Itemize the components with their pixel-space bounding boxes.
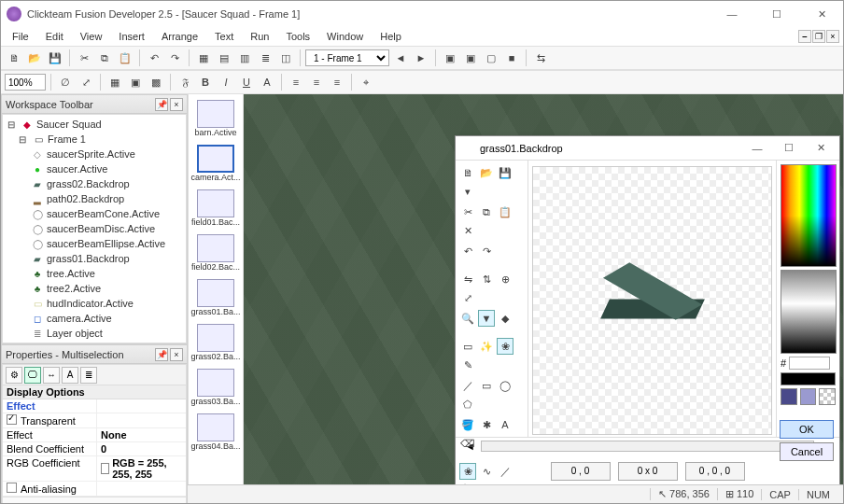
tree-item[interactable]: ◯saucerBeamDisc.Active [5, 221, 184, 236]
tree-item[interactable]: ♣tree2.Active [5, 281, 184, 296]
effect-value[interactable]: None [101, 429, 127, 441]
menu-insert[interactable]: Insert [111, 29, 152, 44]
options-icon[interactable]: ▾ [459, 183, 476, 200]
bg-color[interactable] [800, 388, 817, 405]
cut-icon[interactable]: ✂ [75, 49, 93, 67]
menu-tools[interactable]: Tools [278, 29, 317, 44]
fill-tool-icon[interactable]: 🪣 [459, 416, 476, 433]
tree-item[interactable]: ◯saucerBeamEllipse.Active [5, 236, 184, 251]
asset-thumbnail[interactable]: grass01.Ba... [189, 279, 243, 316]
stop-icon[interactable]: ■ [502, 49, 521, 67]
center-frame-icon[interactable]: ⌖ [357, 73, 375, 91]
asset-thumbnail[interactable]: barn.Active [189, 100, 243, 137]
close-panel-icon[interactable]: × [170, 98, 183, 111]
color-palette[interactable] [781, 164, 837, 267]
asset-thumbnail[interactable]: field02.Bac... [189, 234, 243, 272]
pin-icon[interactable]: 📌 [155, 98, 168, 111]
prop-tab-settings-icon[interactable]: ⚙ [6, 367, 22, 384]
hex-input[interactable] [789, 357, 830, 370]
run-app-icon[interactable]: ▣ [461, 49, 480, 67]
flip-v-icon[interactable]: ⇅ [478, 271, 495, 287]
tree-item[interactable]: ▭hudIndicator.Active [5, 296, 184, 311]
mdi-restore-icon[interactable]: ❐ [812, 30, 825, 43]
asset-thumbnail[interactable]: camera.Act... [189, 145, 243, 182]
frame-editor-icon[interactable]: ▤ [215, 49, 233, 67]
rgb-swatch[interactable] [101, 463, 109, 474]
align-left-icon[interactable]: ≡ [287, 73, 305, 91]
font-icon[interactable]: 𝔉 [176, 73, 194, 91]
current-color-bar[interactable] [781, 372, 836, 385]
event-list-icon[interactable]: ≣ [256, 49, 274, 67]
close-panel-icon[interactable]: × [170, 348, 183, 361]
fill-color-icon[interactable]: ▦ [106, 73, 124, 91]
close-button[interactable]: ✕ [806, 5, 837, 23]
coord-xy[interactable]: 0 , 0 [551, 462, 611, 481]
cancel-button[interactable]: Cancel [780, 442, 834, 461]
zoom-tool-icon[interactable]: 🔍 [459, 310, 476, 327]
prop-tab-text-icon[interactable]: A [62, 367, 78, 384]
antialias-checkbox[interactable] [7, 483, 17, 493]
tree-item[interactable]: ◯saucerBeamCone.Active [5, 206, 184, 221]
open-image-icon[interactable]: 📂 [478, 164, 495, 181]
rect-tool-icon[interactable]: ▭ [478, 377, 495, 394]
menu-text[interactable]: Text [207, 29, 241, 44]
spray-tool-icon[interactable]: ✱ [478, 416, 495, 433]
underline-icon[interactable]: U [237, 73, 256, 91]
tree-item[interactable]: ♣tree.Active [5, 266, 184, 281]
coord-rgb[interactable]: 0 , 0 , 0 [685, 462, 745, 481]
menu-help[interactable]: Help [373, 29, 409, 44]
tree-item[interactable]: ◇saucerSprite.Active [5, 147, 184, 161]
brush2-icon[interactable]: ∿ [478, 463, 495, 480]
flip-h-icon[interactable]: ⇋ [459, 271, 476, 287]
eraser-tool-icon[interactable]: ⌫ [459, 435, 476, 452]
redo-tool-icon[interactable]: ↷ [478, 243, 495, 259]
undo-icon[interactable]: ↶ [145, 49, 163, 67]
menu-file[interactable]: File [5, 29, 36, 44]
new-icon[interactable]: 🗎 [5, 49, 23, 67]
cut-tool-icon[interactable]: ✂ [459, 203, 476, 220]
tool-eyedrop-icon[interactable]: ⤢ [77, 73, 95, 91]
tree-item[interactable]: ◻camera.Active [5, 311, 184, 326]
text-color-icon[interactable]: A [258, 73, 276, 91]
transparent-checkbox[interactable] [7, 414, 17, 425]
line-tool-icon[interactable]: ／ [459, 377, 476, 394]
pen-tool-icon[interactable]: ✎ [459, 357, 476, 373]
align-center-icon[interactable]: ≡ [307, 73, 326, 91]
tree-item[interactable]: ▰grass01.Backdrop [5, 251, 184, 266]
pin-icon[interactable]: 📌 [155, 348, 168, 361]
open-icon[interactable]: 📂 [25, 49, 44, 67]
text-tool-icon[interactable]: A [497, 416, 513, 433]
asset-thumbnail[interactable]: grass02.Ba... [189, 324, 243, 361]
brush1-icon[interactable]: ❀ [459, 463, 476, 480]
data-editor-icon[interactable]: ◫ [276, 49, 295, 67]
resize-icon[interactable]: ⤢ [459, 289, 476, 306]
hotspot-icon[interactable]: ▼ [478, 310, 495, 327]
tree-frame[interactable]: Frame 1 [48, 133, 86, 145]
coord-wh[interactable]: 0 x 0 [618, 462, 678, 481]
horizontal-scrollbar[interactable] [481, 441, 814, 452]
tree-item[interactable]: ▂path02.Backdrop [5, 191, 184, 206]
border-color-icon[interactable]: ▣ [126, 73, 145, 91]
run-frame-icon[interactable]: ▢ [482, 49, 500, 67]
blend-value[interactable]: 0 [101, 443, 106, 455]
asset-thumbnail[interactable]: grass04.Ba... [189, 413, 243, 451]
prev-frame-icon[interactable]: ◄ [391, 49, 410, 67]
ellipse-tool-icon[interactable]: ◯ [497, 377, 513, 394]
prop-tab-events-icon[interactable]: ≣ [80, 367, 97, 384]
redo-icon[interactable]: ↷ [165, 49, 184, 67]
zoom-input[interactable] [5, 74, 46, 91]
storyboard-icon[interactable]: ▦ [194, 49, 213, 67]
copy-tool-icon[interactable]: ⧉ [478, 203, 495, 220]
save-image-icon[interactable]: 💾 [497, 164, 513, 181]
menu-run[interactable]: Run [243, 29, 276, 44]
workspace-tree[interactable]: ⊟◆Saucer Squad ⊟▭Frame 1 ◇saucerSprite.A… [2, 114, 187, 343]
shadow-icon[interactable]: ▩ [147, 73, 165, 91]
select-tool-icon[interactable]: ▭ [459, 338, 476, 355]
dialog-minimize-icon[interactable]: — [744, 140, 770, 157]
rgb-value[interactable]: RGB = 255, 255, 255 [112, 457, 182, 480]
prop-tab-display-icon[interactable]: 🖵 [24, 367, 41, 384]
brush4-icon[interactable]: ╲ [459, 482, 476, 484]
mdi-close-icon[interactable]: × [826, 30, 839, 43]
menu-edit[interactable]: Edit [38, 29, 71, 44]
tree-item[interactable]: ≣Layer object [5, 326, 184, 341]
